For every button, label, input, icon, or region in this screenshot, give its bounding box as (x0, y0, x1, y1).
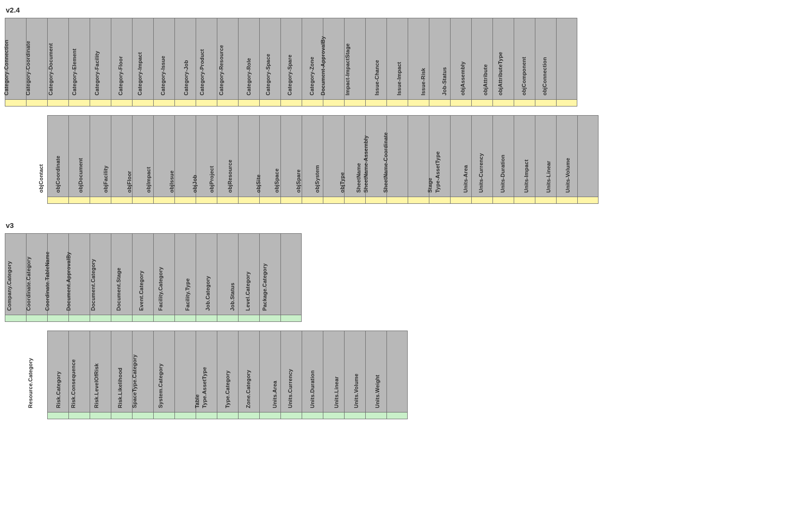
column-label: Zone.Category (245, 370, 251, 408)
column-value-slot (196, 197, 217, 204)
column-header: Category-Element (90, 18, 111, 100)
page: v2.4Assembly-AssemblyTypeCategory-Connec… (0, 0, 798, 456)
column-value-slot (259, 315, 280, 322)
column-cell: SheetName-Assembly (386, 115, 408, 204)
column-value-slot (196, 412, 217, 419)
column-value-slot (344, 100, 365, 106)
column-cell: objConnection (556, 18, 577, 106)
column-value-slot (217, 100, 238, 106)
column-label: Risk.Category (55, 371, 61, 408)
column-value-slot (535, 197, 556, 204)
column-value-slot (47, 100, 68, 106)
column-cell: objType (344, 115, 365, 204)
column-value-slot (153, 197, 174, 204)
column-cell: Units-Volume (577, 115, 598, 204)
column-cell: Category-Zone (323, 18, 344, 106)
column-label: Category-Connection (3, 40, 9, 95)
column-label: objSpace (273, 168, 279, 193)
column-label: Units-Volume (565, 158, 571, 193)
column-label: Stage (426, 178, 432, 193)
column-header: SpaceType.Category (153, 331, 174, 412)
column-label: Units-Impact (523, 160, 529, 193)
column-header: System.Category (174, 331, 196, 412)
column-value-slot (344, 412, 365, 419)
column-label: objConnection (542, 57, 547, 95)
column-label: Units.Weight (374, 375, 380, 408)
column-header: SheetName-Coordinate (408, 115, 429, 197)
column-value-slot (26, 315, 47, 322)
column-value-slot (365, 412, 386, 419)
column-label: objProject (209, 166, 214, 193)
column-value-slot (471, 100, 492, 106)
column-label: Risk.Likelihood (117, 368, 122, 408)
column-value-slot (450, 197, 471, 204)
column-header: Package.Category (280, 233, 302, 315)
column-label: SheetName (356, 163, 361, 193)
column-label: Category-Coordinate (25, 41, 31, 95)
column-value-slot (217, 197, 238, 204)
column-label: Units-Linear (545, 160, 551, 193)
column-value-slot (302, 100, 323, 106)
column-label: objAttribute (482, 64, 488, 95)
column-label: Coordinate.Category (25, 256, 31, 311)
column-value-slot (492, 100, 514, 106)
column-label: Category-Resource (218, 45, 224, 95)
column-value-slot (68, 412, 90, 419)
column-value-slot (132, 197, 153, 204)
column-label: Category-Element (71, 49, 77, 95)
column-value-slot (174, 315, 196, 322)
column-value-slot (280, 412, 302, 419)
column-value-slot (111, 100, 132, 106)
column-label: Facility.Type (185, 278, 190, 311)
column-header: objAttribute (492, 18, 514, 100)
column-value-slot (111, 412, 132, 419)
column-value-slot (280, 315, 302, 322)
column-value-slot (90, 100, 111, 106)
column-label: objContact (38, 164, 44, 193)
column-label: Table (194, 394, 200, 408)
column-label: Category-Spare (286, 54, 292, 95)
column-value-slot (5, 315, 26, 322)
column-label: Coordinate.TableName (44, 252, 50, 311)
column-label: Category-Document (47, 43, 53, 95)
column-value-slot (174, 100, 196, 106)
column-label: Type.AssetType (201, 367, 207, 408)
column-value-slot (556, 100, 577, 106)
column-label: objJob (192, 175, 198, 193)
column-cell: Package.Category (280, 233, 302, 322)
column-label: Units-Duration (500, 155, 505, 193)
column-label: Risk.LevelOfRisk (93, 363, 99, 408)
column-value-slot (280, 100, 302, 106)
column-label: Document-ApprovalBy (319, 36, 325, 95)
column-value-slot (386, 412, 408, 419)
column-label: objResource (226, 160, 232, 193)
column-value-slot (153, 100, 174, 106)
column-label: Job-Status (441, 67, 447, 95)
column-row: objContactobjCoordinateobjDocumentobjFac… (47, 115, 793, 204)
column-value-slot (259, 412, 280, 419)
column-label: Units.Volume (353, 373, 359, 408)
column-label: Category-Zone (308, 57, 314, 95)
column-value-slot (323, 412, 344, 419)
column-label: Units.Duration (309, 370, 315, 408)
column-label: Level.Category (245, 271, 251, 311)
column-label: Document.ApprovalBy (65, 252, 71, 311)
column-value-slot (259, 197, 280, 204)
column-value-slot (344, 197, 365, 204)
column-label: Document.Category (90, 259, 96, 311)
column-header: objConnection (556, 18, 577, 100)
column-label: objSystem (314, 165, 320, 193)
column-label: Units-Area (463, 165, 468, 193)
column-label: Category-Space (265, 53, 270, 95)
column-value-slot (5, 100, 26, 106)
column-header: objType (344, 115, 365, 197)
column-value-slot (68, 197, 90, 204)
column-label: Category-Facility (93, 51, 99, 95)
column-cell: objAttribute (492, 18, 514, 106)
column-label: Job.Category (204, 276, 210, 311)
column-value-slot (90, 412, 111, 419)
column-label: SheetName-Coordinate (383, 132, 388, 193)
column-value-slot (26, 100, 47, 106)
column-value-slot (577, 197, 598, 204)
column-value-slot (238, 315, 259, 322)
